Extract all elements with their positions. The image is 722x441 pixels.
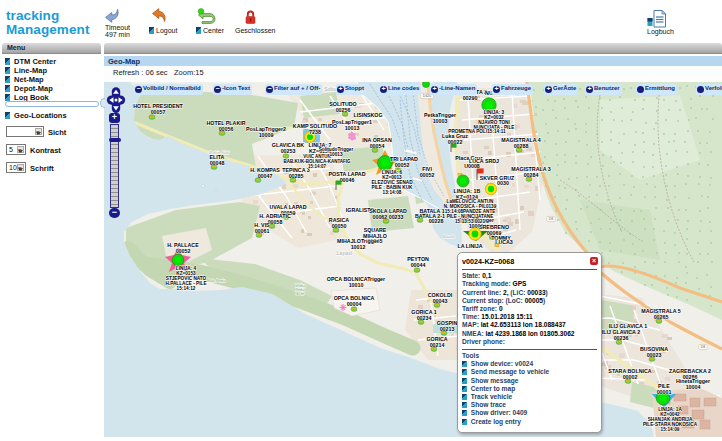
svg-text:VelikaPetka90 m: VelikaPetka90 m xyxy=(295,284,305,296)
svg-text:GOSPIN00213: GOSPIN00213 xyxy=(437,320,458,332)
svg-text:LISINSKOG: LISINSKOG xyxy=(353,112,382,118)
svg-text:PROMETNA POLI15:14:11: PROMETNA POLI15:14:11 xyxy=(448,129,506,134)
svg-text:D8: D8 xyxy=(701,345,705,349)
svg-text:SKOLA LAPAD00062 00233: SKOLA LAPAD00062 00233 xyxy=(369,208,407,220)
svg-text:00052: 00052 xyxy=(395,162,410,168)
svg-text:Mala Petka: Mala Petka xyxy=(207,279,226,283)
svg-text:Batala: Batala xyxy=(443,234,456,239)
svg-text:U0008: U0008 xyxy=(464,163,480,169)
svg-text:Lapad: Lapad xyxy=(336,250,352,256)
svg-text:D420: D420 xyxy=(423,94,431,98)
svg-text:LINIJA: 1BKZ=0124: LINIJA: 1BKZ=0124 xyxy=(454,188,481,200)
svg-text:0030: 0030 xyxy=(497,180,509,186)
svg-text:RASICA00050: RASICA00050 xyxy=(329,217,349,229)
svg-text:D8: D8 xyxy=(549,217,553,221)
svg-text:H. VIS00061: H. VIS00061 xyxy=(254,222,270,234)
svg-text:ELITA00048: ELITA00048 xyxy=(210,154,225,166)
svg-text:00228: 00228 xyxy=(429,218,444,224)
svg-text:PILE00001: PILE00001 xyxy=(657,383,672,395)
svg-text:LA LINIJA: LA LINIJA xyxy=(457,243,482,249)
